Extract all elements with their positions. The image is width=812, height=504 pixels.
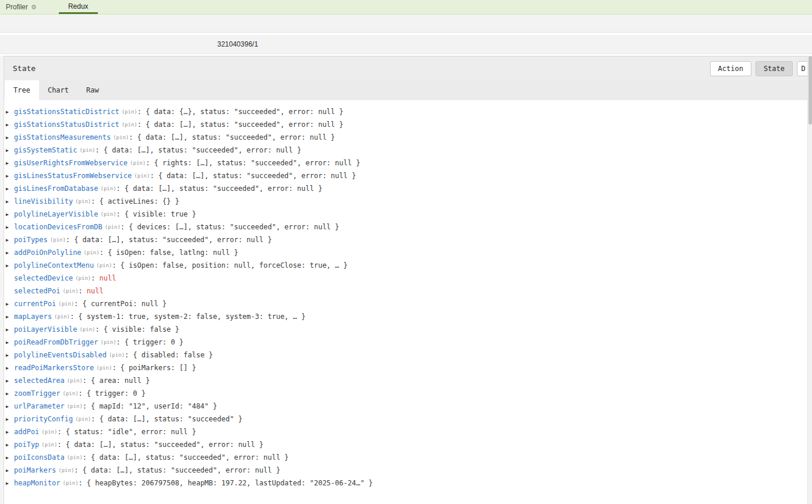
- state-key[interactable]: mapLayers: [14, 313, 52, 321]
- expand-arrow-icon[interactable]: ▶: [6, 237, 14, 243]
- vertical-scrollbar[interactable]: [807, 56, 812, 504]
- state-key[interactable]: poiReadFromDbTrigger: [14, 338, 98, 346]
- tab-chart[interactable]: Chart: [39, 80, 77, 100]
- tree-row: ▶ poiTypes (pin) : { data: […], status: …: [6, 233, 812, 246]
- expand-arrow-icon[interactable]: ▶: [6, 109, 14, 115]
- pin-label: (pin): [105, 224, 121, 230]
- expand-arrow-icon[interactable]: ▶: [6, 340, 14, 345]
- expand-arrow-icon[interactable]: ▶: [6, 417, 14, 422]
- redux-devtools-toolbar: [0, 15, 812, 33]
- state-key[interactable]: poiTypes: [14, 236, 48, 244]
- state-key[interactable]: zoomTrigger: [14, 389, 60, 397]
- state-key[interactable]: poiTyp: [14, 441, 39, 449]
- state-value-preview: { heapBytes: 206797508, heapMB: 197.22, …: [87, 479, 373, 487]
- state-key[interactable]: locationDevicesFromDB: [14, 223, 103, 231]
- state-key[interactable]: gisStationsStaticDistrict: [14, 108, 119, 116]
- tree-row: ▶ polylineContextMenu (pin) : { isOpen: …: [6, 259, 812, 272]
- pin-label: (pin): [41, 442, 57, 448]
- state-key[interactable]: priorityConfig: [14, 415, 73, 423]
- expand-arrow-icon[interactable]: ▶: [6, 314, 14, 320]
- state-key[interactable]: gisStationsMeasurements: [14, 133, 111, 141]
- pin-label: (pin): [62, 391, 78, 396]
- tree-row: ▶ gisStationsMeasurements (pin) : { data…: [6, 131, 812, 144]
- expand-arrow-icon[interactable]: ▶: [6, 173, 14, 179]
- expand-arrow-icon[interactable]: ▶: [6, 404, 14, 409]
- state-button[interactable]: State: [755, 61, 793, 76]
- state-value-preview: { rights: […], status: "succeeded", erro…: [154, 159, 360, 167]
- expand-arrow-icon[interactable]: ▶: [6, 135, 14, 140]
- state-key[interactable]: urlParameter: [14, 402, 65, 410]
- colon: :: [74, 300, 78, 308]
- state-key[interactable]: poiMarkers: [14, 466, 56, 474]
- state-key[interactable]: poiIconsData: [14, 453, 65, 462]
- state-key[interactable]: selectedArea: [14, 377, 65, 385]
- state-value-preview: { isOpen: false, position: null, forceCl…: [121, 261, 348, 269]
- tree-row: ▶ selectedPoi (pin) : null: [6, 285, 812, 297]
- state-value-preview: { mapId: "12", userId: "484" }: [91, 402, 217, 410]
- state-value-preview: null: [99, 274, 116, 282]
- tab-redux[interactable]: Redux: [59, 0, 98, 14]
- state-value-preview: { data: […], status: "succeeded", error:…: [158, 172, 356, 180]
- pin-label: (pin): [41, 429, 57, 435]
- state-key[interactable]: polylineContextMenu: [14, 261, 94, 269]
- expand-arrow-icon[interactable]: ▶: [6, 199, 14, 204]
- expand-arrow-icon[interactable]: ▶: [6, 391, 14, 396]
- state-key[interactable]: addPoiOnPolyline: [14, 249, 82, 257]
- expand-arrow-icon[interactable]: ▶: [6, 263, 14, 268]
- expand-arrow-icon[interactable]: ▶: [6, 161, 14, 166]
- pin-label: (pin): [54, 314, 70, 320]
- state-key[interactable]: heapMonitor: [14, 479, 60, 487]
- state-key[interactable]: selectedPoi: [14, 287, 60, 295]
- state-value-preview: { disabled: false }: [133, 351, 213, 359]
- state-key[interactable]: addPoi: [14, 428, 39, 436]
- expand-arrow-icon[interactable]: ▶: [6, 250, 14, 255]
- scrollbar-thumb[interactable]: [809, 56, 812, 125]
- pin-label: (pin): [113, 134, 129, 140]
- expand-arrow-icon[interactable]: ▶: [6, 148, 14, 153]
- expand-arrow-icon[interactable]: ▶: [6, 430, 14, 435]
- tab-raw[interactable]: Raw: [77, 80, 108, 100]
- colon: :: [83, 402, 87, 410]
- expand-arrow-icon[interactable]: ▶: [6, 327, 14, 332]
- state-value-preview: { devices: […], status: "succeeded", err…: [129, 223, 339, 231]
- tab-profiler[interactable]: Profiler ⚙: [0, 0, 43, 14]
- state-key[interactable]: lineVisibility: [14, 197, 73, 205]
- action-button[interactable]: Action: [710, 61, 751, 76]
- tree-row: ▶ priorityConfig (pin) : { data: […], st…: [6, 413, 812, 425]
- tab-tree[interactable]: Tree: [5, 80, 39, 100]
- tree-row: ▶ selectedArea (pin) : { area: null }: [6, 374, 812, 387]
- expand-arrow-icon[interactable]: ▶: [6, 468, 14, 473]
- pin-label: (pin): [79, 147, 95, 153]
- expand-arrow-icon[interactable]: ▶: [6, 442, 14, 448]
- expand-arrow-icon[interactable]: ▶: [6, 378, 14, 384]
- state-key[interactable]: selectedDevice: [14, 274, 73, 282]
- state-key[interactable]: poiLayerVisible: [14, 325, 77, 333]
- state-key[interactable]: gisSystemStatic: [14, 146, 77, 154]
- expand-arrow-icon[interactable]: ▶: [6, 481, 14, 486]
- state-key[interactable]: readPoiMarkersStore: [14, 364, 94, 372]
- expand-arrow-icon[interactable]: ▶: [6, 353, 14, 358]
- action-list-row[interactable]: 321040396/1: [0, 35, 812, 54]
- colon: :: [79, 479, 83, 487]
- state-value-preview: { activeLines: {} }: [99, 197, 179, 205]
- tree-row: ▶ gisUserRightsFromWebservice (pin) : { …: [6, 157, 812, 169]
- expand-arrow-icon[interactable]: ▶: [6, 365, 14, 371]
- state-key[interactable]: gisLinesStatusFromWebservice: [14, 172, 132, 180]
- expand-arrow-icon[interactable]: ▶: [6, 122, 14, 127]
- expand-arrow-icon[interactable]: ▶: [6, 212, 14, 217]
- expand-arrow-icon[interactable]: ▶: [6, 455, 14, 460]
- expand-arrow-icon[interactable]: ▶: [6, 186, 14, 191]
- tree-row: ▶ selectedDevice (pin) : null: [6, 272, 812, 285]
- expand-arrow-icon[interactable]: ▶: [6, 225, 14, 230]
- state-key[interactable]: polylineLayerVisible: [14, 210, 98, 218]
- selected-action-id[interactable]: 321040396/1: [217, 40, 258, 48]
- state-key[interactable]: currentPoi: [14, 300, 56, 308]
- pin-label: (pin): [58, 301, 74, 307]
- expand-arrow-icon[interactable]: ▶: [6, 301, 14, 307]
- colon: :: [91, 197, 95, 205]
- state-key[interactable]: gisUserRightsFromWebservice: [14, 159, 128, 167]
- state-key[interactable]: gisLinesFromDatabase: [14, 184, 98, 193]
- state-key[interactable]: gisStationsStatusDistrict: [14, 120, 119, 129]
- state-key[interactable]: polylineEventsDisabled: [14, 351, 107, 359]
- panel-resize-handle[interactable]: [0, 56, 4, 504]
